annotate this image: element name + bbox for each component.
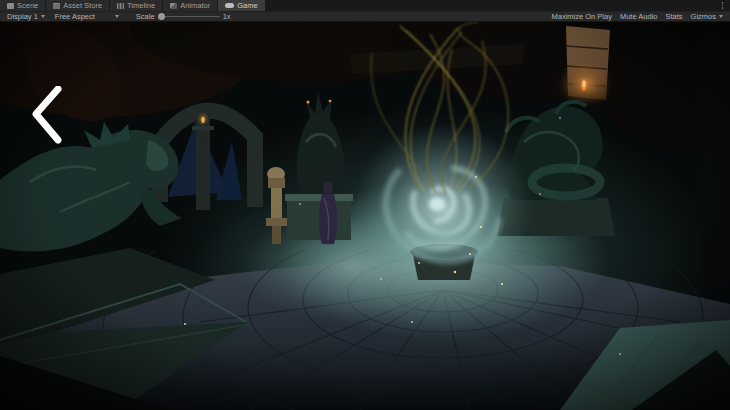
scale-slider[interactable]: [158, 16, 220, 17]
game-icon: [225, 3, 234, 8]
stats-label: Stats: [665, 12, 682, 21]
mute-audio-button[interactable]: Mute Audio: [617, 12, 661, 21]
maximize-on-play-button[interactable]: Maximize On Play: [549, 12, 615, 21]
aspect-dropdown[interactable]: Free Aspect: [52, 12, 122, 21]
gizmos-label: Gizmos: [691, 12, 716, 21]
scale-slider-knob[interactable]: [158, 13, 165, 20]
back-button[interactable]: [30, 86, 66, 144]
scale-label: Scale: [136, 12, 155, 21]
tab-asset-store[interactable]: Asset Store: [46, 0, 110, 11]
aspect-dropdown-label: Free Aspect: [55, 12, 95, 21]
game-viewport[interactable]: [0, 22, 730, 410]
tab-scene-label: Scene: [17, 1, 38, 10]
back-chevron-icon: [30, 86, 66, 144]
tab-animator-label: Animator: [180, 1, 210, 10]
stats-button[interactable]: Stats: [662, 12, 685, 21]
mute-audio-label: Mute Audio: [620, 12, 658, 21]
scale-value: 1x: [223, 12, 231, 21]
display-dropdown-label: Display 1: [7, 12, 38, 21]
tab-scene[interactable]: Scene: [0, 0, 46, 11]
asset-store-icon: [53, 3, 60, 9]
tab-timeline-label: Timeline: [127, 1, 155, 10]
tab-game[interactable]: Game: [218, 0, 265, 11]
scale-control: Scale 1x: [136, 12, 231, 21]
tab-timeline[interactable]: Timeline: [110, 0, 163, 11]
chevron-down-icon: [719, 15, 723, 18]
game-toolbar: Display 1 Free Aspect Scale 1x Maximize …: [0, 11, 730, 22]
unity-editor-window: Scene Asset Store Timeline Animator Game…: [0, 0, 730, 410]
maximize-on-play-label: Maximize On Play: [552, 12, 612, 21]
chevron-down-icon: [115, 15, 119, 18]
view-tabbar: Scene Asset Store Timeline Animator Game: [0, 0, 730, 11]
scene-icon: [7, 3, 14, 9]
timeline-icon: [117, 3, 124, 9]
display-dropdown[interactable]: Display 1: [4, 12, 48, 21]
vignette-overlay: [0, 22, 730, 410]
tab-animator[interactable]: Animator: [163, 0, 218, 11]
tab-asset-store-label: Asset Store: [63, 1, 102, 10]
gizmos-dropdown[interactable]: Gizmos: [688, 12, 726, 21]
chevron-down-icon: [41, 15, 45, 18]
animator-icon: [170, 3, 177, 9]
toolbar-right-group: Maximize On Play Mute Audio Stats Gizmos: [549, 12, 726, 21]
dungeon-scene: [0, 22, 730, 410]
tab-game-label: Game: [237, 1, 257, 10]
tab-options-icon[interactable]: [721, 1, 724, 10]
